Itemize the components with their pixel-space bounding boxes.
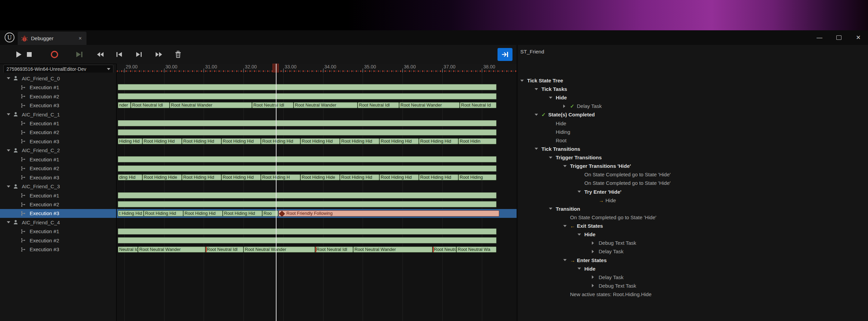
timeline-track-row[interactable]: Neutral IdlRoot Neutral WanderRoot Neutr… bbox=[117, 245, 517, 254]
state-tree-item[interactable]: Hide bbox=[518, 93, 868, 102]
timeline-state-segment[interactable]: ding Hid bbox=[118, 174, 142, 180]
timeline-track-row[interactable] bbox=[117, 128, 517, 137]
timeline-state-segment[interactable]: Root Neutral Wander bbox=[170, 102, 252, 108]
timeline-bar[interactable] bbox=[118, 228, 496, 235]
execution-row[interactable]: Execution #3 bbox=[0, 209, 116, 218]
timeline-state-segment[interactable]: Root Hiding Hid bbox=[419, 174, 458, 180]
timeline-state-segment[interactable]: Root Hiding Hid bbox=[379, 138, 419, 144]
record-button[interactable] bbox=[48, 49, 61, 60]
state-tree-item[interactable]: On State Completed go to State 'Hide' bbox=[518, 179, 868, 187]
state-tree-item[interactable]: Hiding bbox=[518, 128, 868, 136]
timeline-bar[interactable] bbox=[118, 93, 496, 99]
timeline-state-segment[interactable]: t Hiding Hid bbox=[118, 210, 144, 216]
timeline-bar[interactable] bbox=[118, 129, 496, 135]
timeline-track-row[interactable] bbox=[117, 164, 517, 173]
timeline-track-row[interactable] bbox=[117, 191, 517, 200]
execution-row[interactable]: Execution #3 bbox=[0, 173, 116, 182]
state-tree-item[interactable]: Try Enter 'Hide' bbox=[518, 188, 868, 196]
execution-row[interactable]: Execution #3 bbox=[0, 137, 116, 146]
instance-group-row[interactable]: AIC_Friend_C_0 bbox=[0, 74, 116, 83]
collapsed-arrow-icon[interactable] bbox=[592, 241, 599, 245]
state-tree-item[interactable]: ←Exit States bbox=[518, 222, 868, 230]
timeline-track-row[interactable] bbox=[117, 218, 517, 227]
timeline-state-segment[interactable]: Root Neutral Wander bbox=[243, 246, 315, 253]
chevron-down-icon[interactable] bbox=[7, 77, 10, 79]
timeline-state-segment[interactable]: Root Hiding bbox=[458, 174, 496, 180]
tab-close-icon[interactable]: × bbox=[77, 35, 83, 42]
timeline-state-segment[interactable]: Root Neutral Wander bbox=[294, 102, 358, 108]
timeline-state-segment[interactable]: Root Hiding Hid bbox=[221, 174, 261, 180]
state-tree-item[interactable]: ✓State(s) Completed bbox=[518, 110, 868, 119]
timeline-state-segment[interactable]: Root Hiding Hid bbox=[183, 210, 223, 216]
timeline-state-segment[interactable]: Neutral Idl bbox=[118, 246, 138, 253]
execution-row[interactable]: Execution #1 bbox=[0, 119, 116, 128]
execution-row[interactable]: Execution #1 bbox=[0, 155, 116, 164]
chevron-down-icon[interactable] bbox=[7, 221, 10, 223]
timeline-state-segment[interactable]: Root Neutral Wander bbox=[138, 246, 205, 253]
minimize-button[interactable]: — bbox=[810, 30, 829, 45]
jump-to-current-frame-button[interactable] bbox=[498, 48, 512, 61]
timeline-state-segment[interactable]: Root Hiding Hid bbox=[300, 138, 340, 144]
instance-group-row[interactable]: AIC_Friend_C_4 bbox=[0, 218, 116, 227]
state-tree-item[interactable]: Debug Text Task bbox=[518, 239, 868, 247]
timeline-state-segment[interactable]: Root Neutral Idl bbox=[358, 102, 399, 108]
timeline-state-segment[interactable]: Root Hiding Hid bbox=[340, 138, 379, 144]
timeline-track-row[interactable]: t Hiding HidRoot Hiding HidRoot Hiding H… bbox=[117, 209, 517, 218]
timeline-state-segment[interactable]: Root Neutral Wander bbox=[399, 102, 460, 108]
state-tree-item[interactable]: Tick Transitions bbox=[518, 145, 868, 153]
expanded-arrow-icon[interactable] bbox=[535, 148, 541, 150]
state-tree-item[interactable]: New active states: Root.Hiding.Hide bbox=[518, 290, 868, 299]
timeline-bar[interactable] bbox=[118, 120, 496, 126]
collapsed-arrow-icon[interactable] bbox=[592, 284, 599, 287]
timeline-state-segment[interactable]: Root Hiding Hid bbox=[340, 174, 379, 180]
state-tree-item[interactable]: On State Completed go to State 'Hide' bbox=[518, 170, 868, 179]
execution-row[interactable]: Execution #3 bbox=[0, 245, 116, 254]
collapsed-arrow-icon[interactable] bbox=[563, 105, 570, 108]
instance-group-row[interactable]: AIC_Friend_C_2 bbox=[0, 146, 116, 155]
expanded-arrow-icon[interactable] bbox=[578, 191, 584, 193]
chevron-down-icon[interactable] bbox=[7, 113, 10, 115]
execution-row[interactable]: Execution #2 bbox=[0, 236, 116, 245]
timeline-state-segment[interactable]: Root Neutral Idl bbox=[432, 246, 456, 253]
expanded-arrow-icon[interactable] bbox=[520, 80, 527, 82]
state-tree-item[interactable]: Tick State Tree bbox=[518, 76, 868, 85]
timeline-track-row[interactable] bbox=[117, 236, 517, 245]
timeline-track-row[interactable] bbox=[117, 200, 517, 209]
execution-row[interactable]: Execution #2 bbox=[0, 200, 116, 209]
state-tree-item[interactable]: →Enter States bbox=[518, 256, 868, 264]
chevron-down-icon[interactable] bbox=[7, 186, 10, 188]
expanded-arrow-icon[interactable] bbox=[535, 114, 541, 116]
timeline-bar[interactable] bbox=[118, 237, 496, 243]
timeline-state-segment[interactable]: Root Hiding Hid bbox=[144, 210, 183, 216]
state-tree-item[interactable]: →Hide bbox=[518, 196, 868, 205]
expanded-arrow-icon[interactable] bbox=[535, 88, 541, 90]
timeline-track-row[interactable]: ding HidRoot Hiding HideRoot Hiding HidR… bbox=[117, 173, 517, 182]
first-frame-button[interactable] bbox=[93, 49, 107, 60]
timeline-active-segment[interactable]: Root Friendly Following bbox=[279, 210, 499, 216]
timeline-track-row[interactable] bbox=[117, 227, 517, 236]
timeline-bar[interactable] bbox=[118, 192, 496, 198]
timeline-state-segment[interactable]: Root Neutral Idl bbox=[131, 102, 170, 108]
expanded-arrow-icon[interactable] bbox=[578, 234, 584, 236]
timeline-bar[interactable] bbox=[118, 156, 496, 162]
timeline-state-segment[interactable]: Root Hiding Hid bbox=[223, 210, 262, 216]
timeline-state-segment[interactable]: Root Hiding Hid bbox=[182, 174, 221, 180]
timeline-track-row[interactable] bbox=[117, 74, 517, 83]
unreal-logo-icon[interactable]: U bbox=[4, 32, 15, 43]
timeline-bar[interactable] bbox=[118, 84, 496, 90]
timeline-state-segment[interactable]: Root Hiding Hide bbox=[300, 174, 340, 180]
timeline-state-segment[interactable]: Hiding Hid bbox=[118, 138, 142, 144]
chevron-down-icon[interactable] bbox=[7, 149, 10, 151]
timeline-track-row[interactable] bbox=[117, 182, 517, 191]
timeline-state-segment[interactable]: Root Hiding Hid bbox=[221, 138, 261, 144]
next-frame-button[interactable] bbox=[132, 49, 146, 60]
timeline-track-row[interactable] bbox=[117, 110, 517, 119]
timeline-ruler[interactable]: 29.0030.0031.0032.0033.0034.0035.0036.00… bbox=[117, 64, 517, 73]
playhead[interactable] bbox=[276, 64, 277, 321]
collapsed-arrow-icon[interactable] bbox=[592, 250, 599, 253]
instance-group-row[interactable]: AIC_Friend_C_1 bbox=[0, 110, 116, 119]
expanded-arrow-icon[interactable] bbox=[563, 225, 570, 227]
timeline-state-segment[interactable]: Root Hiding Hid bbox=[182, 138, 221, 144]
timeline-state-segment[interactable]: Root Hidin bbox=[458, 138, 496, 144]
timeline-state-segment[interactable]: nder bbox=[118, 102, 131, 108]
